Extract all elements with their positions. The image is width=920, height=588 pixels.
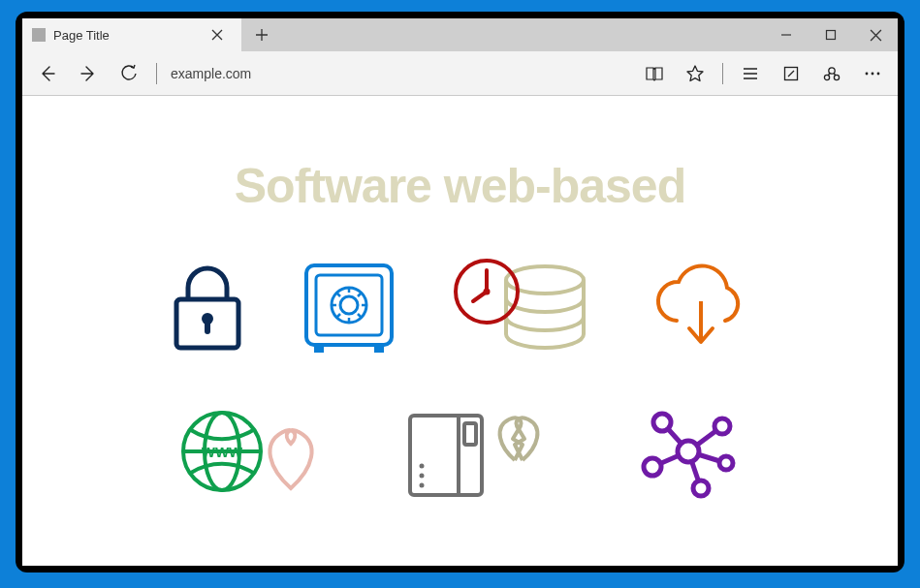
icon-row-2: WWW <box>22 398 898 505</box>
svg-point-4 <box>834 75 839 79</box>
cloud-download-icon <box>648 263 754 354</box>
svg-line-19 <box>336 293 340 296</box>
svg-point-49 <box>719 456 733 470</box>
safe-icon <box>301 260 397 356</box>
lock-icon <box>167 263 248 354</box>
forward-button[interactable] <box>69 54 108 93</box>
notes-icon[interactable] <box>772 54 810 93</box>
svg-rect-12 <box>316 275 382 335</box>
icon-row-1 <box>22 255 898 361</box>
svg-point-48 <box>714 418 730 434</box>
svg-line-29 <box>473 292 487 301</box>
www-heart-icon: WWW <box>179 405 325 498</box>
svg-rect-24 <box>374 347 384 353</box>
close-window-button[interactable] <box>853 18 898 51</box>
back-button[interactable] <box>28 54 67 93</box>
tab-active[interactable]: Page Title <box>22 18 241 51</box>
svg-rect-10 <box>205 321 210 334</box>
page-content: Software web-based <box>22 96 898 566</box>
svg-point-51 <box>644 458 661 476</box>
reading-view-icon[interactable] <box>635 54 674 93</box>
page-heading: Software web-based <box>22 158 898 214</box>
svg-point-2 <box>829 67 835 73</box>
tab-title: Page Title <box>53 28 195 43</box>
svg-point-39 <box>419 483 424 488</box>
svg-rect-11 <box>306 265 392 345</box>
svg-text:WWW: WWW <box>201 444 242 460</box>
favicon-placeholder <box>32 28 46 42</box>
share-icon[interactable] <box>812 54 851 93</box>
svg-rect-0 <box>827 31 836 40</box>
svg-line-22 <box>358 314 362 318</box>
svg-line-21 <box>336 314 340 318</box>
svg-point-38 <box>419 474 424 479</box>
svg-line-20 <box>358 293 362 296</box>
hub-menu-icon[interactable] <box>731 54 770 93</box>
more-menu-icon[interactable] <box>853 54 892 93</box>
address-bar[interactable]: example.com <box>165 66 633 81</box>
svg-point-50 <box>693 480 709 496</box>
minimize-button[interactable] <box>764 18 809 51</box>
toolbar-separator-2 <box>722 63 723 84</box>
svg-point-6 <box>872 72 874 75</box>
svg-point-14 <box>340 296 358 314</box>
svg-point-3 <box>824 75 829 79</box>
window-controls <box>764 18 898 51</box>
server-broken-heart-icon <box>402 398 557 505</box>
outer-frame: Page Title <box>16 12 904 573</box>
refresh-button[interactable] <box>110 54 148 93</box>
svg-point-47 <box>653 414 671 431</box>
svg-point-37 <box>419 464 424 469</box>
toolbar-separator <box>156 63 157 84</box>
tab-bar: Page Title <box>22 18 898 51</box>
clock-database-icon <box>450 255 595 361</box>
tab-close-icon[interactable] <box>203 29 232 41</box>
svg-rect-23 <box>314 347 324 353</box>
new-tab-button[interactable] <box>241 18 282 51</box>
toolbar: example.com <box>22 51 898 96</box>
favorites-star-icon[interactable] <box>676 54 714 93</box>
svg-point-5 <box>866 72 869 75</box>
svg-rect-40 <box>464 423 476 445</box>
browser-window: Page Title <box>22 18 898 566</box>
svg-point-46 <box>678 441 699 462</box>
svg-point-7 <box>877 72 880 75</box>
maximize-button[interactable] <box>809 18 853 51</box>
network-graph-icon <box>635 403 742 500</box>
